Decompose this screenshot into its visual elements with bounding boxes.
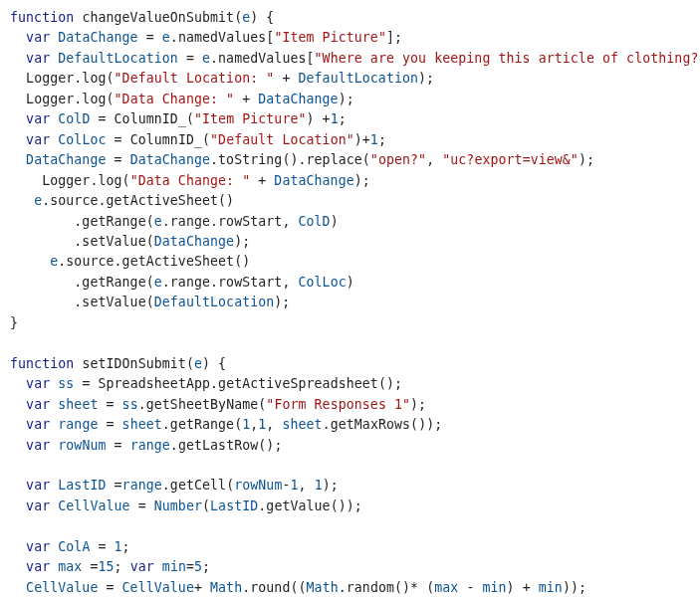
call-getSheetByName: getSheetByName [146,397,259,412]
ref-Number: Number [154,498,202,513]
call-logger-log: Logger.log [26,92,106,106]
ref-min: min [482,580,506,595]
number-15: 15 [98,559,114,574]
keyword-var: var [26,559,50,574]
string-default-location: "Default Location" [210,132,354,147]
prop-namedValues: namedValues [178,30,266,45]
ref-DataChange: DataChange [130,152,210,167]
function-name: changeValueOnSubmit [82,10,234,25]
ref-DataChange: DataChange [258,92,338,106]
ref-ss: ss [122,397,138,412]
call-toString: toString [218,152,282,167]
ref-e: e [202,51,210,66]
ref-rowNum: rowNum [234,478,282,493]
keyword-var: var [26,376,50,391]
call-round: round [250,580,290,595]
fn-ColumnID: ColumnID_ [115,111,186,126]
call-getActiveSheet: getActiveSheet [107,193,219,208]
call-getActiveSpreadsheet: getActiveSpreadsheet [218,376,378,391]
string-data-change-label: "Data Change: " [115,92,235,106]
number-1: 1 [115,539,122,554]
prop-namedValues: namedValues [218,51,306,66]
ref-e: e [162,30,170,45]
number-1: 1 [331,111,339,126]
ref-max: max [434,580,458,595]
ref-e: e [154,275,162,290]
call-random: random [347,580,394,595]
string-data-change-label: "Data Change: " [130,173,251,188]
call-replace: replace [307,152,362,167]
call-getActiveSheet: getActiveSheet [122,254,235,269]
ref-SpreadsheetApp: SpreadsheetApp [98,376,210,391]
string-ucexport: "uc?export=view&" [442,152,579,167]
code-block: function changeValueOnSubmit(e) { var Da… [0,0,700,597]
call-setValue: setValue [82,234,145,249]
var-range: range [58,417,98,432]
keyword-function: function [10,10,74,25]
ref-DefaultLocation: DefaultLocation [298,71,418,86]
ref-Math: Math [307,580,339,595]
number-1: 1 [258,417,266,432]
call-logger-log: Logger.log [26,71,106,86]
ref-sheet: sheet [282,417,322,432]
ref-DefaultLocation: DefaultLocation [154,295,275,309]
var-sheet: sheet [58,397,98,412]
ref-sheet: sheet [122,417,162,432]
keyword-var: var [26,539,50,554]
keyword-var: var [130,559,154,574]
number-1: 1 [290,478,298,493]
ref-e: e [34,193,42,208]
keyword-var: var [26,478,50,493]
number-1: 1 [370,132,378,147]
string-item-picture: "Item Picture" [194,111,307,126]
string-keeping: "Where are you keeping this article of c… [315,51,700,66]
var-rowNum: rowNum [58,438,106,453]
string-open: "open?" [370,152,426,167]
call-getCell: getCell [170,478,226,493]
var-ss: ss [58,376,74,391]
call-getRange: getRange [170,417,234,432]
prop-range: range [170,275,210,290]
number-1: 1 [315,478,323,493]
ref-CellValue: CellValue [26,580,98,595]
call-getLastRow: getLastRow [178,438,258,453]
string-default-loc-label: "Default Location: " [115,71,275,86]
prop-rowStart: rowStart [218,275,282,290]
var-LastID: LastID [58,478,106,493]
var-DefaultLocation: DefaultLocation [58,51,178,66]
call-getMaxRows: getMaxRows [331,417,410,432]
param-e: e [194,356,202,371]
keyword-var: var [26,111,50,126]
keyword-var: var [26,51,50,66]
var-DataChange: DataChange [58,30,137,45]
prop-rowStart: rowStart [218,214,282,229]
prop-source: source [50,193,98,208]
var-max: max [58,559,82,574]
var-ColD: ColD [58,111,90,126]
function-name: setIDOnSubmit [82,356,186,371]
ref-DataChange: DataChange [26,152,106,167]
ref-e: e [50,254,58,269]
ref-ColLoc: ColLoc [299,275,347,290]
ref-range: range [122,478,162,493]
keyword-var: var [26,498,50,513]
param-e: e [242,10,250,25]
var-CellValue: CellValue [58,498,129,513]
ref-Math: Math [210,580,242,595]
var-min: min [162,559,186,574]
fn-ColumnID: ColumnID_ [130,132,202,147]
string-form-responses: "Form Responses 1" [266,397,410,412]
ref-min: min [539,580,563,595]
ref-ColD: ColD [299,214,331,229]
keyword-var: var [26,417,50,432]
ref-DataChange: DataChange [154,234,234,249]
prop-range: range [170,214,210,229]
number-1: 1 [242,417,250,432]
keyword-function: function [10,356,74,371]
string-item-picture: "Item Picture" [274,30,386,45]
ref-LastID: LastID [210,498,258,513]
call-getValue: getValue [266,498,330,513]
call-setValue: setValue [82,295,145,309]
keyword-var: var [26,397,50,412]
ref-range: range [130,438,170,453]
